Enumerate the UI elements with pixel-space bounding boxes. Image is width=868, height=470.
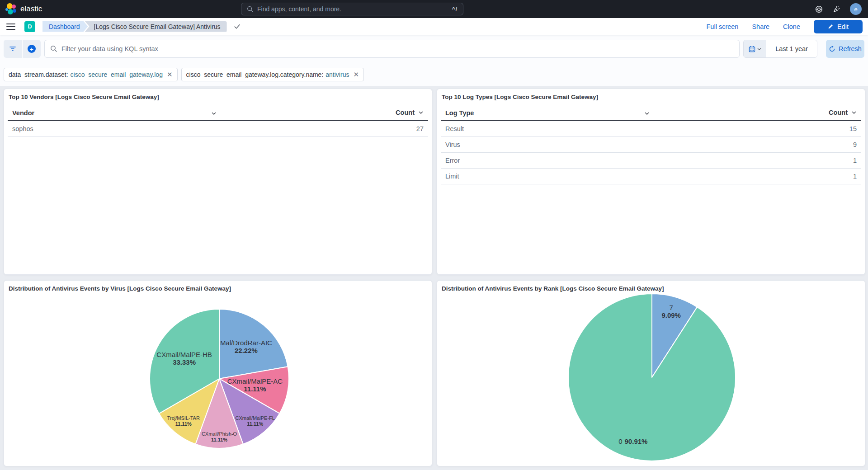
elastic-logo-icon xyxy=(5,3,16,15)
elastic-logo[interactable]: elastic xyxy=(5,3,42,15)
panel-title[interactable]: Top 10 Log Types [Logs Cisco Secure Emai… xyxy=(441,93,599,100)
column-header-count[interactable]: Count xyxy=(353,105,428,121)
plus-circle-icon: + xyxy=(28,45,36,53)
refresh-icon xyxy=(829,46,835,52)
filter-value: antivirus xyxy=(326,71,349,78)
help-icon[interactable] xyxy=(815,5,823,14)
pie-slice[interactable] xyxy=(568,294,736,461)
count-cell: 27 xyxy=(353,121,428,136)
filter-icon xyxy=(9,46,16,52)
count-cell: 1 xyxy=(786,168,861,184)
table-row: Limit1 xyxy=(441,168,861,184)
log-types-table: Log Type Count Result15Virus9Error1Limit… xyxy=(441,105,861,184)
top-header: elastic Find apps, content, and more. ^/… xyxy=(0,0,868,18)
menu-icon[interactable] xyxy=(6,24,15,30)
add-filter-button[interactable]: + xyxy=(22,40,41,58)
count-cell: 9 xyxy=(786,136,861,152)
clone-button[interactable]: Clone xyxy=(783,23,800,30)
value-cell: Error xyxy=(441,152,786,168)
kql-filter-input[interactable]: Filter your data using KQL syntax xyxy=(44,40,740,58)
keyboard-shortcut-badge: ^/ xyxy=(452,6,458,12)
count-cell: 15 xyxy=(786,121,861,136)
calendar-menu-button[interactable] xyxy=(744,40,766,57)
value-cell: Result xyxy=(441,121,786,136)
full-screen-button[interactable]: Full screen xyxy=(706,23,738,30)
search-icon xyxy=(247,6,254,13)
table-body: sophos27 xyxy=(8,121,428,136)
chevron-down-icon xyxy=(418,109,424,117)
table-row: Virus9 xyxy=(441,136,861,152)
filter-field: data_stream.dataset: xyxy=(9,71,68,78)
calendar-icon xyxy=(749,46,755,52)
global-search-input[interactable]: Find apps, content, and more. ^/ xyxy=(241,3,463,15)
edit-button[interactable]: Edit xyxy=(814,20,863,33)
value-cell: Limit xyxy=(441,168,786,184)
rank-pie-chart: 79.09%090.91% xyxy=(438,281,864,465)
breadcrumb-dashboards[interactable]: Dashboard xyxy=(42,21,88,32)
breadcrumb-current-dashboard: [Logs Cisco Secure Email Gateway] Antivi… xyxy=(85,21,227,32)
pencil-icon xyxy=(828,24,834,29)
column-header-log-type[interactable]: Log Type xyxy=(441,105,786,121)
filter-field: cisco_secure_email_gateway.log.category.… xyxy=(186,71,324,78)
dashboard-viewport: Top 10 Vendors [Logs Cisco Secure Email … xyxy=(0,86,868,470)
column-header-vendor[interactable]: Vendor xyxy=(8,105,353,121)
filter-group: + xyxy=(4,40,41,58)
chevron-down-icon xyxy=(757,47,762,52)
virus-pie-chart: Mal/DrodRar-AIC22.22%CXmail/MalPE-AC11.1… xyxy=(5,281,431,465)
table-body: Result15Virus9Error1Limit1 xyxy=(441,121,861,184)
share-button[interactable]: Share xyxy=(752,23,769,30)
panel-rank-distribution: Distribution of Antivirus Events by Rank… xyxy=(437,280,865,466)
date-picker: Last 1 year xyxy=(743,40,817,58)
table-row: sophos27 xyxy=(8,121,428,136)
refresh-button[interactable]: Refresh xyxy=(826,40,864,58)
logo-text: elastic xyxy=(20,5,42,14)
table-row: Result15 xyxy=(441,121,861,136)
panel-title[interactable]: Top 10 Vendors [Logs Cisco Secure Email … xyxy=(8,93,160,100)
chevron-down-icon xyxy=(851,109,857,117)
vendors-table: Vendor Count sophos27 xyxy=(8,105,428,137)
user-avatar[interactable]: e xyxy=(850,3,862,15)
dashboard-app-badge[interactable]: D xyxy=(24,21,35,32)
kql-placeholder: Filter your data using KQL syntax xyxy=(61,45,158,52)
count-cell: 1 xyxy=(786,152,861,168)
panel-top-log-types: Top 10 Log Types [Logs Cisco Secure Emai… xyxy=(437,89,865,275)
nav-bar: D Dashboard [Logs Cisco Secure Email Gat… xyxy=(0,18,868,35)
query-section: + Filter your data using KQL syntax Last… xyxy=(0,35,868,86)
panel-virus-distribution: Distribution of Antivirus Events by Viru… xyxy=(4,280,432,466)
chevron-down-icon[interactable] xyxy=(644,110,650,118)
chevron-down-icon[interactable] xyxy=(211,110,217,118)
filter-menu-button[interactable] xyxy=(4,40,22,58)
filter-pill-dataset[interactable]: data_stream.dataset: cisco_secure_email_… xyxy=(4,68,178,81)
value-cell: sophos xyxy=(8,121,353,136)
close-icon[interactable]: ✕ xyxy=(353,70,359,79)
panel-top-vendors: Top 10 Vendors [Logs Cisco Secure Email … xyxy=(4,89,432,275)
time-range-button[interactable]: Last 1 year xyxy=(766,40,817,57)
table-row: Error1 xyxy=(441,152,861,168)
close-icon[interactable]: ✕ xyxy=(167,70,173,79)
global-search-placeholder: Find apps, content, and more. xyxy=(257,5,341,13)
news-icon[interactable] xyxy=(832,5,841,14)
breadcrumb: Dashboard [Logs Cisco Secure Email Gatew… xyxy=(42,21,227,32)
filter-pill-category[interactable]: cisco_secure_email_gateway.log.category.… xyxy=(181,68,364,81)
edit-button-label: Edit xyxy=(837,23,849,30)
filter-pills: data_stream.dataset: cisco_secure_email_… xyxy=(4,68,364,81)
check-icon xyxy=(233,23,241,30)
refresh-button-label: Refresh xyxy=(839,45,862,52)
search-icon xyxy=(50,45,57,52)
column-header-count[interactable]: Count xyxy=(786,105,861,121)
filter-value: cisco_secure_email_gateway.log xyxy=(71,71,163,78)
value-cell: Virus xyxy=(441,136,786,152)
